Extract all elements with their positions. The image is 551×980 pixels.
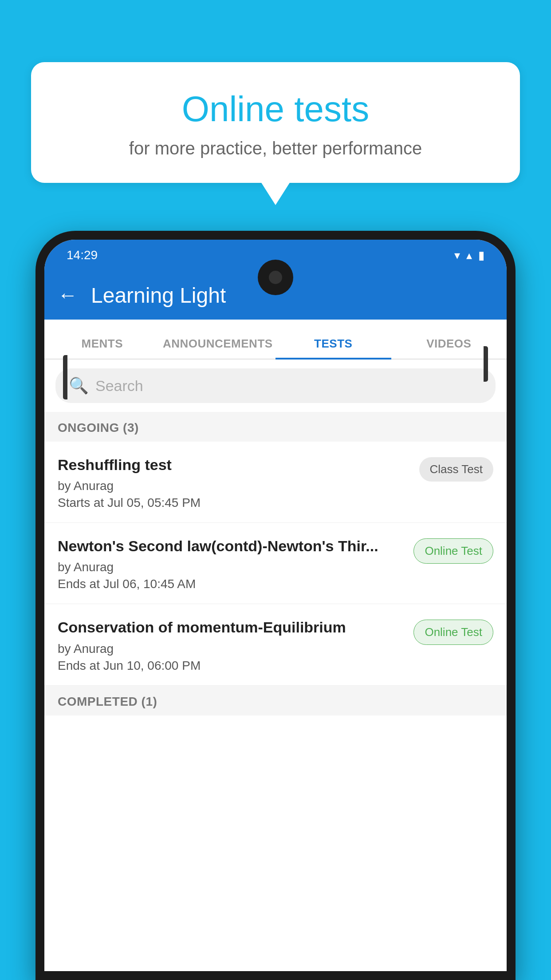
test-info: Reshuffling test by Anurag Starts at Jul… — [58, 455, 419, 510]
camera-notch — [258, 260, 293, 295]
test-info: Conservation of momentum-Equilibrium by … — [58, 617, 413, 672]
tab-tests[interactable]: TESTS — [276, 327, 391, 359]
test-date: Ends at Jul 06, 10:45 AM — [58, 577, 405, 591]
volume-button — [63, 355, 67, 399]
status-icons: ▾ ▴ ▮ — [454, 249, 484, 262]
battery-icon: ▮ — [478, 249, 484, 262]
test-list: Reshuffling test by Anurag Starts at Jul… — [44, 442, 507, 971]
test-date: Ends at Jun 10, 06:00 PM — [58, 659, 405, 673]
search-bar[interactable]: 🔍 Search — [55, 368, 496, 403]
search-container: 🔍 Search — [44, 360, 507, 412]
ongoing-section-header: ONGOING (3) — [44, 412, 507, 442]
test-name: Newton's Second law(contd)-Newton's Thir… — [58, 536, 405, 556]
test-badge-online: Online Test — [413, 538, 493, 564]
test-name: Conservation of momentum-Equilibrium — [58, 617, 405, 637]
tab-videos[interactable]: VIDEOS — [391, 327, 507, 359]
tab-announcements[interactable]: ANNOUNCEMENTS — [160, 327, 276, 359]
test-item[interactable]: Conservation of momentum-Equilibrium by … — [44, 604, 507, 685]
search-placeholder: Search — [95, 377, 143, 395]
test-author: by Anurag — [58, 560, 405, 574]
front-camera — [269, 271, 282, 284]
completed-section-header: COMPLETED (1) — [44, 686, 507, 715]
test-item[interactable]: Newton's Second law(contd)-Newton's Thir… — [44, 523, 507, 604]
phone-screen: 14:29 ▾ ▴ ▮ ← Learning Light MENTS ANNOU… — [44, 240, 507, 971]
app-title: Learning Light — [91, 283, 226, 308]
wifi-icon: ▾ — [454, 249, 460, 262]
promo-bubble: Online tests for more practice, better p… — [31, 62, 520, 183]
test-date: Starts at Jul 05, 05:45 PM — [58, 496, 410, 510]
test-badge-class: Class Test — [419, 457, 493, 482]
status-time: 14:29 — [67, 248, 98, 262]
signal-icon: ▴ — [466, 249, 472, 262]
bubble-subtitle: for more practice, better performance — [53, 138, 498, 158]
test-author: by Anurag — [58, 642, 405, 656]
phone-frame: 14:29 ▾ ▴ ▮ ← Learning Light MENTS ANNOU… — [35, 231, 516, 980]
tab-ments[interactable]: MENTS — [44, 327, 160, 359]
tabs-container: MENTS ANNOUNCEMENTS TESTS VIDEOS — [44, 320, 507, 360]
test-name: Reshuffling test — [58, 455, 410, 474]
bubble-title: Online tests — [53, 89, 498, 130]
test-item[interactable]: Reshuffling test by Anurag Starts at Jul… — [44, 442, 507, 523]
back-button[interactable]: ← — [58, 284, 78, 307]
search-icon: 🔍 — [69, 376, 89, 395]
test-info: Newton's Second law(contd)-Newton's Thir… — [58, 536, 413, 591]
test-badge-online: Online Test — [413, 620, 493, 645]
test-author: by Anurag — [58, 479, 410, 493]
